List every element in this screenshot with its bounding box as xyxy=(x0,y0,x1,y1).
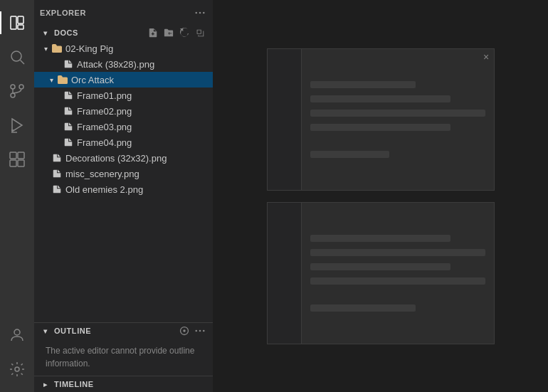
tree-item-old-enemies[interactable]: Old enemies 2.png xyxy=(34,181,213,197)
frame02-label: Frame02.png xyxy=(77,106,132,117)
tree-item-decorations[interactable]: Decorations (32x32).png xyxy=(34,150,213,166)
outline-section: OUTLINE The active editor cannot provide… xyxy=(34,322,213,376)
tree-item-frame01[interactable]: Frame01.png xyxy=(34,88,213,103)
svg-rect-15 xyxy=(18,160,24,166)
doc-line xyxy=(310,249,485,256)
svg-rect-0 xyxy=(11,16,16,29)
doc-left-bar-2 xyxy=(268,203,302,344)
frame01-file-icon xyxy=(63,90,74,101)
outline-title: OUTLINE xyxy=(54,327,91,335)
tree-item-frame03[interactable]: Frame03.png xyxy=(34,119,213,134)
doc-line xyxy=(310,304,416,312)
doc-right-content-1 xyxy=(302,49,494,190)
search-activity-icon[interactable] xyxy=(0,40,34,74)
outline-follow-cursor-button[interactable] xyxy=(177,324,191,338)
svg-point-5 xyxy=(11,93,15,97)
run-activity-icon[interactable] xyxy=(0,108,34,142)
activity-bar xyxy=(0,0,34,392)
misc-scenery-file-icon xyxy=(51,168,63,179)
tree-item-misc-scenery[interactable]: misc_scenery.png xyxy=(34,166,213,181)
frame01-label: Frame01.png xyxy=(77,90,132,101)
explorer-more-button[interactable] xyxy=(193,6,207,20)
svg-rect-13 xyxy=(18,152,24,159)
tree-item-attack-png[interactable]: Attack (38x28).png xyxy=(34,56,213,72)
timeline-section: TIMELINE xyxy=(34,376,213,392)
decorations-no-arrow xyxy=(40,152,51,164)
doc-line xyxy=(310,81,416,88)
decorations-label: Decorations (32x32).png xyxy=(65,153,167,164)
frame02-file-icon xyxy=(63,105,74,117)
doc-line xyxy=(310,110,485,117)
docs-actions xyxy=(146,26,207,40)
doc-line xyxy=(310,277,485,285)
timeline-arrow xyxy=(40,378,51,390)
attack-png-file-icon xyxy=(63,58,74,70)
svg-rect-1 xyxy=(18,16,23,23)
new-file-button[interactable] xyxy=(146,26,160,40)
refresh-button[interactable] xyxy=(177,26,191,40)
svg-point-19 xyxy=(199,11,201,14)
svg-point-21 xyxy=(183,329,186,332)
outline-arrow xyxy=(40,325,51,337)
old-enemies-label: Old enemies 2.png xyxy=(65,184,143,195)
doc-line xyxy=(310,151,389,158)
new-folder-button[interactable] xyxy=(162,26,176,40)
svg-line-4 xyxy=(21,60,25,65)
svg-point-20 xyxy=(203,11,205,14)
frame04-label: Frame04.png xyxy=(77,137,132,148)
docs-section-header[interactable]: DOCS xyxy=(34,25,213,41)
collapse-all-button[interactable] xyxy=(193,26,207,40)
attack-png-label: Attack (38x28).png xyxy=(77,59,154,70)
outline-message: The active editor cannot provide outline… xyxy=(34,339,213,376)
doc-placeholder-1 xyxy=(267,48,495,191)
svg-point-17 xyxy=(15,367,19,371)
svg-point-6 xyxy=(19,85,23,89)
doc-line xyxy=(310,235,450,242)
sidebar: EXPLORER DOCS xyxy=(34,0,214,392)
outline-header[interactable]: OUTLINE xyxy=(34,323,213,339)
tree-item-orc-attack[interactable]: Orc Attack xyxy=(34,72,213,88)
king-pig-arrow xyxy=(40,43,51,54)
orc-attack-arrow xyxy=(46,74,57,85)
tree-item-frame02[interactable]: Frame02.png xyxy=(34,103,213,119)
old-enemies-no-arrow xyxy=(40,184,51,195)
orc-attack-label: Orc Attack xyxy=(71,75,114,85)
panels-area: × xyxy=(214,0,548,392)
extensions-activity-icon[interactable] xyxy=(0,142,34,176)
outline-more-button[interactable] xyxy=(193,324,207,338)
doc-line xyxy=(310,95,450,102)
svg-point-22 xyxy=(195,330,197,332)
doc-left-bar-1 xyxy=(268,49,302,190)
svg-rect-12 xyxy=(10,152,16,159)
main-content: × xyxy=(214,0,548,392)
close-top-button[interactable]: × xyxy=(480,51,492,63)
orc-attack-folder-icon xyxy=(57,74,68,85)
misc-scenery-label: misc_scenery.png xyxy=(65,169,139,179)
svg-point-7 xyxy=(11,85,15,89)
tree-item-frame04[interactable]: Frame04.png xyxy=(34,134,213,150)
explorer-header: EXPLORER xyxy=(34,0,213,25)
source-control-activity-icon[interactable] xyxy=(0,74,34,108)
svg-rect-14 xyxy=(10,160,16,166)
svg-point-23 xyxy=(199,330,201,332)
tree-item-king-pig[interactable]: 02-King Pig xyxy=(34,41,213,56)
bottom-docs-row xyxy=(267,202,495,344)
misc-scenery-no-arrow xyxy=(40,168,51,179)
old-enemies-file-icon xyxy=(51,184,63,195)
svg-rect-2 xyxy=(18,25,23,29)
top-docs-row: × xyxy=(267,48,495,191)
attack-png-no-arrow xyxy=(51,58,63,70)
explorer-activity-icon[interactable] xyxy=(0,6,34,40)
frame04-file-icon xyxy=(63,137,74,148)
settings-activity-icon[interactable] xyxy=(0,352,34,386)
svg-point-3 xyxy=(11,51,21,61)
docs-section-label: DOCS xyxy=(54,28,78,37)
account-activity-icon[interactable] xyxy=(0,318,34,352)
decorations-file-icon xyxy=(51,152,63,164)
king-pig-folder-icon xyxy=(51,43,63,54)
timeline-header[interactable]: TIMELINE xyxy=(34,376,213,392)
doc-line xyxy=(310,263,450,270)
explorer-tree: DOCS xyxy=(34,25,213,322)
explorer-title: EXPLORER xyxy=(40,9,86,17)
doc-right-content-2 xyxy=(302,203,494,344)
